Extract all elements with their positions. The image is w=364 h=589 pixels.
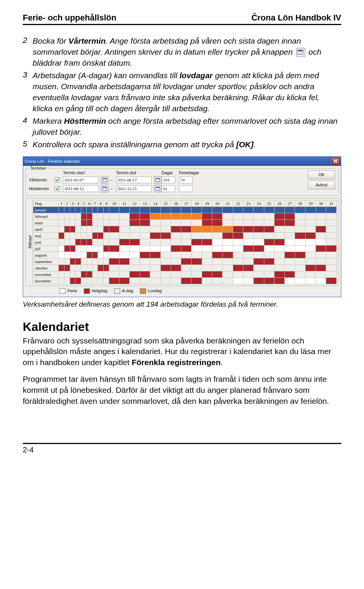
ferie-input[interactable] bbox=[179, 185, 193, 192]
close-icon[interactable] bbox=[332, 158, 339, 165]
cancel-button[interactable]: Avbryt bbox=[308, 181, 335, 189]
group-label: Terminer bbox=[29, 166, 47, 170]
col-feriedagar: Feriedagar bbox=[179, 170, 194, 175]
calendar-icon[interactable] bbox=[154, 185, 162, 192]
page-footer: 2-4 bbox=[23, 443, 341, 462]
ferie-input[interactable]: 74 bbox=[179, 176, 193, 183]
screenshot-caption: Verksamhetsåret definieras genom att 194… bbox=[23, 300, 341, 309]
step-number: 4 bbox=[23, 116, 33, 138]
step-number: 3 bbox=[23, 70, 33, 114]
calendar-icon: 7 bbox=[296, 48, 305, 57]
end-date-input[interactable]: 2011-06-17 bbox=[116, 176, 152, 183]
header-left: Ferie- och uppehållslön bbox=[23, 13, 116, 23]
step-number: 5 bbox=[23, 139, 33, 150]
checkbox-hosttermin[interactable] bbox=[55, 186, 60, 191]
end-date-input[interactable]: 2011-12-21 bbox=[116, 185, 152, 192]
calendar-icon[interactable] bbox=[154, 176, 162, 184]
legend: Ferie Helgdag A-dag Lovdag bbox=[25, 286, 339, 294]
dialog-title: Crona Lön - Ferielön kalender bbox=[25, 159, 80, 164]
col-start: Termin start bbox=[63, 170, 99, 175]
dagar-input[interactable]: 91 bbox=[162, 185, 175, 192]
header-right: Črona Lön Handbok IV bbox=[251, 13, 341, 23]
svg-rect-6 bbox=[156, 178, 160, 179]
ok-button[interactable]: OK bbox=[308, 170, 335, 179]
start-date-input[interactable]: 2011-08-15 bbox=[63, 185, 99, 192]
body-paragraph: Programmet tar även hänsyn till frånvaro… bbox=[23, 374, 341, 406]
dagar-input[interactable]: 103 bbox=[162, 176, 175, 183]
svg-rect-10 bbox=[156, 187, 160, 188]
instruction-list: 2 Bocka för Vårtermin. Ange första arbet… bbox=[23, 36, 341, 150]
start-date-input[interactable]: 2011-01-07 bbox=[63, 176, 99, 183]
checkbox-vartermin[interactable] bbox=[55, 177, 60, 183]
col-dagar: Dagar bbox=[162, 170, 177, 175]
calendar-icon[interactable] bbox=[101, 176, 108, 184]
row-label: Vårtermin bbox=[29, 178, 52, 182]
body-paragraph: Frånvaro och sysselsättningsgrad som ska… bbox=[23, 335, 341, 368]
col-slut: Termin slut bbox=[116, 170, 152, 175]
svg-rect-8 bbox=[103, 187, 107, 188]
month-axis-label: Månad bbox=[28, 236, 32, 249]
row-label: Hösttermin bbox=[29, 186, 52, 191]
section-heading: Kalendariet bbox=[23, 320, 341, 334]
calendar-icon[interactable] bbox=[101, 185, 108, 192]
svg-rect-4 bbox=[103, 178, 107, 179]
calendar-table[interactable]: Dag1234567891011121314151617181920212223… bbox=[33, 200, 337, 284]
step-number: 2 bbox=[23, 36, 33, 69]
dialog-screenshot: Crona Lön - Ferielön kalender Terminer T… bbox=[23, 156, 341, 297]
